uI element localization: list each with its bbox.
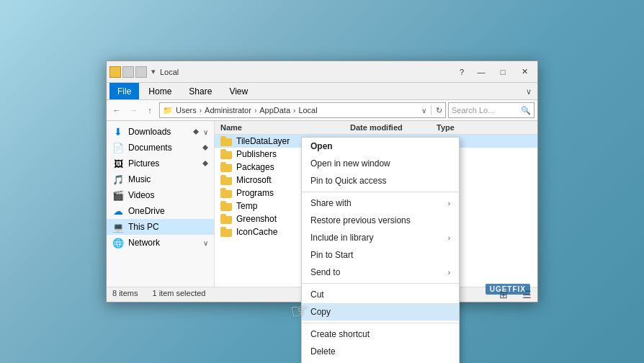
downloads-icon: ⬇ [112,126,124,138]
ctx-pin-start[interactable]: Pin to Start [302,246,459,264]
ctx-include-library[interactable]: Include in library › [302,229,459,246]
pictures-icon: 🖼 [112,158,124,169]
search-box[interactable]: Search Lo... 🔍 [448,102,535,118]
refresh-icon[interactable]: ↻ [436,106,442,115]
header-type[interactable]: Type [437,123,532,132]
music-icon: 🎵 [112,174,124,185]
header-date-modified[interactable]: Date modified [350,123,437,132]
sidebar-item-onedrive-label: OneDrive [128,206,208,216]
path-chevron-1: › [200,107,202,115]
folder-icon-packages [220,162,232,172]
sidebar-item-videos-label: Videos [128,190,208,200]
address-divider [431,105,431,115]
search-placeholder-text: Search Lo... [452,106,494,115]
folder-icon-temp [220,201,232,211]
file-explorer-window: ▾ Local ? — □ ✕ File Home Share View ∨ ←… [106,60,538,302]
onedrive-icon: ☁ [112,205,124,217]
ctx-restore-versions[interactable]: Restore previous versions [302,212,459,229]
tab-home[interactable]: Home [140,83,179,99]
title-icon-2 [122,66,134,78]
sidebar-item-thispc-label: This PC [128,222,208,232]
collapse-arrow: ∨ [203,128,208,136]
ctx-separator-3 [302,323,459,323]
sidebar-item-downloads-label: Downloads [128,127,187,137]
include-library-arrow: › [448,234,450,242]
ribbon-tabs: File Home Share View ∨ [107,83,537,100]
folder-icon-programs [220,188,232,198]
ctx-delete[interactable]: Delete [302,343,459,360]
minimize-button[interactable]: — [471,65,491,79]
path-segment-appdata: AppData [259,106,290,115]
ctx-copy[interactable]: Copy [302,303,459,321]
help-button[interactable]: ? [454,65,470,79]
selected-count: 1 item selected [152,289,205,300]
tab-share[interactable]: Share [181,83,220,99]
title-icon-3 [135,66,147,78]
ctx-separator-1 [302,192,459,192]
sidebar-item-videos[interactable]: 🎬 Videos [107,187,214,203]
sidebar-item-pictures[interactable]: 🖼 Pictures [107,156,214,171]
back-button[interactable]: ← [109,103,124,117]
sidebar-item-onedrive[interactable]: ☁ OneDrive [107,203,214,219]
tab-file[interactable]: File [109,83,139,99]
item-count: 8 items [112,289,138,300]
pin-icon-docs [202,145,208,151]
maximize-button[interactable]: □ [493,65,513,79]
send-to-arrow: › [448,269,450,277]
sidebar-item-network-label: Network [128,238,199,248]
ctx-rename[interactable]: Rename [302,360,459,363]
documents-icon: 📄 [112,142,124,153]
forward-button[interactable]: → [126,103,140,117]
sidebar-item-documents-label: Documents [128,143,197,153]
pin-icon-pics [202,161,208,166]
folder-icon-greenshot [220,214,232,224]
folder-icon-tiledata [220,136,232,146]
pin-icon [193,129,199,135]
network-chevron: ∨ [203,239,208,247]
ctx-open[interactable]: Open [302,138,459,155]
title-bar: ▾ Local ? — □ ✕ [107,61,537,83]
sidebar-item-network[interactable]: 🌐 Network ∨ [107,235,214,251]
path-chevron-2: › [254,107,256,115]
ctx-open-new-window[interactable]: Open in new window [302,155,459,172]
tab-view[interactable]: View [221,83,256,99]
title-icon-1 [109,66,121,78]
ctx-share-with[interactable]: Share with › [302,194,459,212]
ctx-create-shortcut[interactable]: Create shortcut [302,326,459,343]
address-dropdown-arrow[interactable]: ∨ [421,107,426,115]
search-icon: 🔍 [521,106,531,115]
ribbon-chevron[interactable]: ∨ [523,84,535,99]
path-segment-local: Local [298,106,317,115]
videos-icon: 🎬 [112,189,124,201]
window-controls: ? — □ ✕ [454,65,535,79]
folder-icon-publishers [220,149,232,159]
sidebar: ⬇ Downloads ∨ 📄 Documents 🖼 Pictures 🎵 M… [107,121,215,287]
close-button[interactable]: ✕ [514,65,535,79]
address-box[interactable]: 📁 Users › Administrator › AppData › Loca… [159,102,446,118]
path-segment-users: Users [176,106,197,115]
ctx-pin-quick-access[interactable]: Pin to Quick access [302,172,459,189]
network-icon: 🌐 [112,237,124,248]
sidebar-item-pictures-label: Pictures [128,158,197,169]
path-chevron-3: › [293,107,295,115]
thispc-icon: 💻 [112,221,124,233]
sidebar-item-thispc[interactable]: 💻 This PC [107,219,214,235]
folder-icon-small: 📁 [163,106,173,115]
header-name[interactable]: Name [220,123,350,132]
watermark: UGETFIX [486,284,530,295]
folder-icon-microsoft [220,175,232,185]
ctx-cut[interactable]: Cut [302,286,459,303]
sidebar-item-downloads[interactable]: ⬇ Downloads ∨ [107,124,214,140]
sidebar-item-documents[interactable]: 📄 Documents [107,140,214,156]
ctx-separator-2 [302,283,459,284]
address-bar: ← → ↑ 📁 Users › Administrator › AppData … [107,100,537,121]
sidebar-item-music-label: Music [128,174,208,184]
sidebar-item-music[interactable]: 🎵 Music [107,171,214,187]
title-bar-icons: ▾ [109,66,156,78]
ctx-send-to[interactable]: Send to › [302,264,459,281]
file-list-header: Name Date modified Type [215,121,537,135]
up-button[interactable]: ↑ [143,103,157,117]
window-title: Local [156,68,454,76]
share-with-arrow: › [448,200,450,207]
path-segment-admin: Administrator [205,106,251,115]
